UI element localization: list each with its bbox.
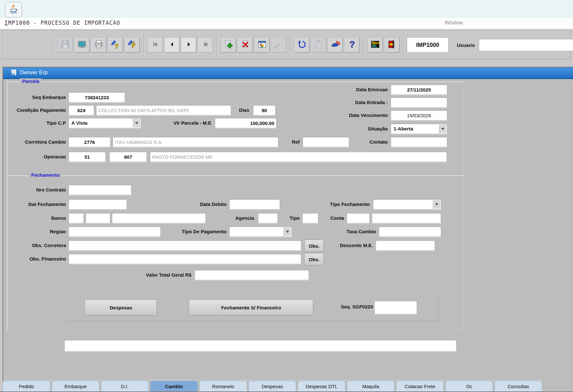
execute-query-button[interactable] — [124, 37, 140, 53]
tab-maquila[interactable]: Maquila — [347, 381, 395, 392]
ref-field[interactable] — [303, 137, 349, 147]
seq-embarque-field[interactable] — [68, 92, 125, 102]
operacao-code1-field[interactable] — [68, 152, 106, 162]
previous-record-button[interactable] — [164, 37, 180, 53]
undo-button[interactable] — [294, 37, 310, 53]
data-entrada-field[interactable] — [391, 97, 447, 108]
banco-code2-field[interactable] — [86, 213, 110, 223]
tab-di[interactable]: D.I. — [101, 381, 149, 392]
obs-corretora-label: Obs. Corretora — [6, 242, 66, 249]
menu-item-window[interactable]: Window — [445, 20, 463, 26]
tipo-fechamento-dropdown[interactable] — [373, 199, 441, 209]
corretora-cambio-code-field[interactable] — [68, 137, 111, 147]
data-emissao-field[interactable] — [391, 85, 447, 95]
svg-text:?: ? — [115, 43, 119, 49]
tipo-cp-label: Tipo C.P — [6, 120, 66, 127]
java-app-button[interactable] — [5, 2, 22, 17]
print-button[interactable] — [91, 37, 106, 53]
vlr-parcela-field[interactable] — [215, 118, 277, 128]
seq-sgf-field[interactable] — [374, 301, 417, 314]
chevron-down-icon — [133, 119, 140, 127]
clipboard-button[interactable] — [311, 37, 326, 53]
save-button[interactable] — [58, 37, 73, 53]
tab-cotacao-frete[interactable]: Cotacao Frete — [396, 381, 444, 392]
regiao-field[interactable] — [68, 227, 161, 237]
dat-fechamento-field[interactable] — [68, 199, 127, 209]
obs-corretora-button[interactable]: Obs. — [305, 240, 324, 252]
mdi-title-bar: Denver Erp — [3, 67, 573, 79]
toolbar-separator — [53, 33, 54, 57]
previous-record-icon — [168, 41, 176, 49]
tipo-pagamento-label: Tipo De Pagamento — [171, 228, 227, 235]
tab-cambio[interactable]: Cambio — [150, 381, 198, 392]
tab-despesas-dtl[interactable]: Despesas DTL — [298, 381, 345, 392]
tab-pedido[interactable]: Pedido — [3, 381, 50, 392]
keys-button[interactable] — [328, 37, 343, 53]
usuario-input[interactable] — [479, 39, 573, 51]
app-title: IMP1000 - PROCESSO DE IMPORTACAO — [5, 20, 120, 26]
exit-button[interactable] — [384, 37, 400, 53]
screen-button[interactable] — [74, 37, 90, 53]
help-button[interactable]: ? — [344, 37, 360, 53]
delete-record-icon — [241, 40, 250, 50]
title-strip — [0, 0, 573, 18]
last-record-button[interactable] — [198, 37, 213, 53]
ref-label: Ref — [283, 138, 300, 146]
fechamento-financeiro-button[interactable]: Fechamento S/ Financeiro — [189, 299, 313, 316]
clipboard-icon — [314, 40, 323, 50]
agencia-field[interactable] — [258, 213, 278, 223]
parcela-group-title: Parcela — [20, 78, 42, 84]
tipo-cp-value: A Vista — [71, 120, 87, 126]
banco-desc-field[interactable] — [112, 213, 206, 223]
tipo-pagamento-dropdown[interactable] — [229, 227, 292, 237]
situacao-value: 1-Aberta — [394, 126, 413, 131]
tab-consultas[interactable]: Consultas — [495, 381, 542, 392]
valor-total-label: Valor Total Geral R$ — [135, 272, 191, 279]
valor-total-field[interactable] — [195, 270, 309, 280]
situacao-dropdown[interactable]: 1-Aberta — [391, 124, 447, 134]
conta-field[interactable] — [372, 213, 441, 223]
data-vencimento-label: Data Vencimento — [331, 112, 388, 119]
delete-record-button[interactable] — [238, 37, 253, 53]
obs-financeiro-field[interactable] — [68, 254, 301, 264]
insert-record-button[interactable] — [221, 37, 236, 53]
condicao-pagamento-code-field[interactable] — [68, 105, 94, 115]
tab-bar: Pedido Embarque D.I. Cambio Romaneio Des… — [3, 381, 542, 392]
next-record-button[interactable] — [181, 37, 196, 53]
tab-romaneio[interactable]: Romaneio — [199, 381, 247, 392]
tab-oc[interactable]: Oc — [445, 381, 493, 392]
tipo-cp-dropdown[interactable]: A Vista — [68, 118, 141, 128]
wand-button[interactable] — [271, 37, 286, 53]
operacao-code2-field[interactable] — [109, 152, 147, 162]
toolbar-separator — [290, 33, 291, 57]
data-vencimento-field[interactable] — [391, 110, 447, 120]
agencia-label: Agencia — [229, 215, 254, 222]
desconto-me-field[interactable] — [376, 240, 435, 251]
enter-query-button[interactable]: ? — [108, 37, 123, 53]
menu-button[interactable]: Menu — [368, 37, 383, 53]
data-debito-field[interactable] — [229, 199, 280, 209]
list-of-values-button[interactable] — [254, 37, 270, 53]
last-record-icon — [202, 41, 209, 49]
taxa-cambio-field[interactable] — [379, 227, 441, 237]
save-icon — [60, 40, 70, 50]
obs-corretora-field[interactable] — [68, 240, 301, 251]
tab-canvas-line — [3, 380, 543, 380]
toolbar-separator — [363, 33, 364, 57]
contato-field[interactable] — [391, 137, 447, 147]
tab-despesas[interactable]: Despesas — [249, 381, 296, 392]
conta-code-field[interactable] — [347, 213, 370, 223]
banco-code1-field[interactable] — [68, 213, 84, 223]
condicao-pagamento-label: Condição Pagamento — [4, 107, 66, 114]
status-message-field[interactable] — [64, 340, 457, 352]
tipo-field[interactable] — [302, 213, 318, 223]
first-record-button[interactable] — [148, 37, 163, 53]
toolbar-separator — [451, 33, 452, 57]
obs-financeiro-button[interactable]: Obs. — [305, 253, 324, 265]
tipo-label: Tipo — [286, 215, 300, 222]
despesas-button[interactable]: Despesas — [85, 299, 157, 316]
tab-embarque[interactable]: Embarque — [52, 381, 99, 392]
list-of-values-icon — [257, 40, 267, 50]
nro-contrato-field[interactable] — [68, 185, 132, 195]
dias-field[interactable] — [253, 105, 276, 115]
